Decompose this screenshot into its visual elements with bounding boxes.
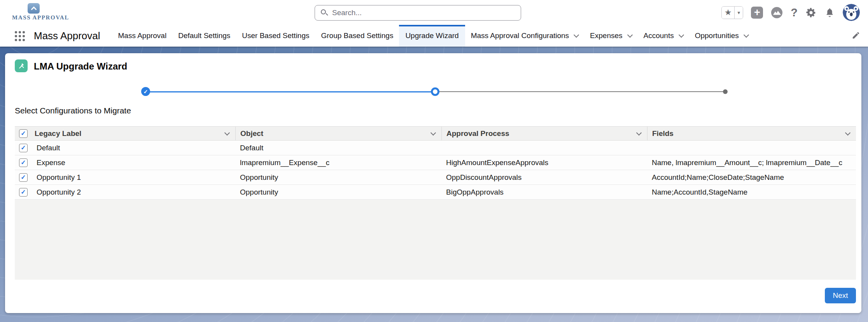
favorites-caret-icon[interactable]: ▾ xyxy=(735,7,743,19)
table-header-row: ✓ Legacy Label Object Approval Process F… xyxy=(15,126,856,141)
table-row: ✓ Opportunity 2 Opportunity BigOppApprov… xyxy=(15,185,856,200)
progress-line-upcoming xyxy=(435,91,725,92)
check-icon: ✓ xyxy=(21,160,26,166)
favorites-button-group: ★ ▾ xyxy=(721,6,743,19)
chevron-down-icon xyxy=(679,32,684,37)
progress-step-2-current xyxy=(431,87,439,96)
select-all-checkbox[interactable]: ✓ xyxy=(19,129,28,138)
cell-legacy-label: Default xyxy=(32,144,235,152)
search-input[interactable] xyxy=(332,9,503,17)
check-icon: ✓ xyxy=(21,189,26,195)
progress-step-1-complete: ✓ xyxy=(141,87,150,96)
cell-approval-process: BigOppApprovals xyxy=(441,188,647,197)
select-all-cell: ✓ xyxy=(15,127,32,140)
check-icon: ✓ xyxy=(21,145,26,151)
column-header-object[interactable]: Object xyxy=(235,127,441,140)
header-actions: ★ ▾ + ? xyxy=(721,0,860,25)
tab-opportunities[interactable]: Opportunities xyxy=(689,25,754,47)
quick-create-button[interactable]: + xyxy=(751,7,763,19)
logo-caret-icon xyxy=(28,3,40,14)
global-search[interactable] xyxy=(315,5,521,21)
progress-line-complete xyxy=(145,91,435,92)
chevron-down-icon[interactable] xyxy=(430,130,436,135)
company-logo: MASS APPROVAL xyxy=(12,2,74,23)
configurations-table: ✓ Legacy Label Object Approval Process F… xyxy=(15,126,856,280)
upgrade-wizard-card: LMA Upgrade Wizard ✓ Select Configuratio… xyxy=(5,53,861,313)
tab-label: Mass Approval xyxy=(118,31,167,40)
tab-accounts[interactable]: Accounts xyxy=(638,25,689,47)
cell-object: Opportunity xyxy=(235,188,441,197)
tab-label: Opportunities xyxy=(695,31,739,40)
row-select-cell: ✓ xyxy=(15,141,32,155)
tab-label: Accounts xyxy=(644,31,674,40)
tab-expenses[interactable]: Expenses xyxy=(584,25,637,47)
column-header-label: Approval Process xyxy=(446,129,509,138)
check-icon: ✓ xyxy=(21,174,26,181)
tab-user-based-settings[interactable]: User Based Settings xyxy=(236,25,315,47)
cell-approval-process: OppDiscountApprovals xyxy=(441,173,647,182)
row-select-cell: ✓ xyxy=(15,155,32,170)
next-button[interactable]: Next xyxy=(825,288,856,303)
tab-mass-approval-configurations[interactable]: Mass Approval Configurations xyxy=(465,25,584,47)
cell-object: Opportunity xyxy=(235,173,441,182)
row-checkbox[interactable]: ✓ xyxy=(19,158,28,167)
cell-object: Default xyxy=(235,144,441,152)
tab-label: Default Settings xyxy=(178,31,230,40)
table-row: ✓ Opportunity 1 Opportunity OppDiscountA… xyxy=(15,170,856,185)
trailhead-icon[interactable] xyxy=(771,7,783,19)
tab-label: Group Based Settings xyxy=(321,31,394,40)
tab-label: Upgrade Wizard xyxy=(405,31,458,40)
tab-label: Expenses xyxy=(590,31,622,40)
app-launcher-icon[interactable] xyxy=(15,31,26,41)
tab-label: User Based Settings xyxy=(242,31,309,40)
tab-mass-approval[interactable]: Mass Approval xyxy=(112,25,173,47)
nav-tabs: Mass Approval Default Settings User Base… xyxy=(112,25,754,47)
search-icon xyxy=(320,9,328,17)
row-checkbox[interactable]: ✓ xyxy=(19,188,28,197)
tab-upgrade-wizard[interactable]: Upgrade Wizard xyxy=(399,25,465,47)
column-header-label: Legacy Label xyxy=(35,129,81,138)
check-icon: ✓ xyxy=(21,131,26,137)
row-select-cell: ✓ xyxy=(15,185,32,199)
table-row: ✓ Default Default xyxy=(15,141,856,155)
cell-fields: AccountId;Name;CloseDate;StageName xyxy=(647,173,856,182)
app-name: Mass Approval xyxy=(34,30,100,42)
tab-group-based-settings[interactable]: Group Based Settings xyxy=(315,25,399,47)
user-avatar[interactable] xyxy=(843,4,860,21)
logo-text: MASS APPROVAL xyxy=(12,14,69,21)
favorites-star-icon[interactable]: ★ xyxy=(722,7,735,19)
chevron-down-icon[interactable] xyxy=(845,130,850,135)
wizard-app-icon xyxy=(15,59,28,72)
row-checkbox[interactable]: ✓ xyxy=(19,144,28,152)
cell-object: lmapremium__Expense__c xyxy=(235,158,441,167)
chevron-down-icon xyxy=(627,32,632,37)
column-header-legacy-label[interactable]: Legacy Label xyxy=(32,127,235,140)
cell-legacy-label: Opportunity 2 xyxy=(32,188,235,197)
notifications-bell-icon[interactable] xyxy=(824,7,835,18)
chevron-down-icon xyxy=(744,32,749,37)
column-header-approval-process[interactable]: Approval Process xyxy=(441,127,647,140)
section-heading: Select Configurations to Migrate xyxy=(15,106,131,115)
global-header: MASS APPROVAL ★ ▾ + ? xyxy=(0,0,868,25)
cell-approval-process: HighAmountExpenseApprovals xyxy=(441,158,647,167)
help-icon[interactable]: ? xyxy=(791,6,798,19)
chevron-down-icon[interactable] xyxy=(224,130,230,135)
cell-fields: Name, lmapremium__Amount__c; lmapremium_… xyxy=(647,158,856,167)
page-background: LMA Upgrade Wizard ✓ Select Configuratio… xyxy=(0,47,868,322)
cell-fields: Name;AccountId,StageName xyxy=(647,188,856,197)
app-nav-bar: Mass Approval Mass Approval Default Sett… xyxy=(0,25,868,47)
tab-label: Mass Approval Configurations xyxy=(471,31,569,40)
cell-legacy-label: Expense xyxy=(32,158,235,167)
column-header-label: Fields xyxy=(652,129,674,138)
page-title: LMA Upgrade Wizard xyxy=(34,61,127,72)
chevron-down-icon xyxy=(574,32,579,37)
progress-step-3-upcoming xyxy=(723,89,728,94)
column-header-fields[interactable]: Fields xyxy=(647,127,856,140)
table-row: ✓ Expense lmapremium__Expense__c HighAmo… xyxy=(15,155,856,170)
setup-gear-icon[interactable] xyxy=(805,7,817,18)
tab-default-settings[interactable]: Default Settings xyxy=(172,25,236,47)
cell-legacy-label: Opportunity 1 xyxy=(32,173,235,182)
edit-pencil-icon[interactable] xyxy=(852,31,860,41)
row-checkbox[interactable]: ✓ xyxy=(19,173,28,182)
chevron-down-icon[interactable] xyxy=(636,130,642,135)
